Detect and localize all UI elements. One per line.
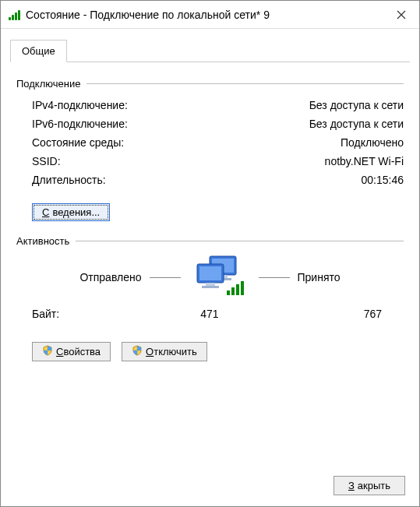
signal-icon [9, 9, 21, 20]
divider [150, 277, 181, 278]
window-title: Состояние - Подключение по локальной сет… [26, 9, 383, 21]
group-connection: Подключение [16, 78, 404, 90]
group-activity: Активность [16, 235, 404, 247]
row-ssid: SSID: notby.NET Wi-Fi [16, 152, 404, 171]
svg-rect-5 [199, 266, 221, 280]
row-media: Состояние среды: Подключено [16, 133, 404, 152]
tab-general[interactable]: Общие [10, 40, 67, 62]
duration-label: Длительность: [32, 174, 106, 186]
divider [259, 277, 290, 278]
svg-rect-9 [231, 287, 235, 295]
media-label: Состояние среды: [32, 136, 124, 149]
details-button[interactable]: Сведения... [32, 203, 110, 221]
ssid-value: notby.NET Wi-Fi [325, 155, 404, 167]
disable-button[interactable]: Отключить [122, 342, 207, 361]
group-activity-label: Активность [16, 235, 76, 247]
bytes-row: Байт: 471 767 [16, 301, 404, 323]
row-ipv6: IPv6-подключение: Без доступа к сети [16, 114, 404, 133]
activity-icon [189, 253, 251, 301]
tab-strip: Общие [10, 40, 410, 62]
svg-rect-6 [206, 283, 215, 286]
close-icon[interactable] [383, 1, 419, 29]
row-ipv4: IPv4-подключение: Без доступа к сети [16, 96, 404, 114]
svg-rect-8 [227, 290, 230, 295]
svg-rect-7 [202, 286, 219, 288]
shield-icon [132, 345, 143, 358]
titlebar: Состояние - Подключение по локальной сет… [1, 1, 419, 29]
bytes-sent: 471 [125, 308, 219, 320]
ipv4-label: IPv4-подключение: [32, 99, 128, 111]
divider [86, 83, 404, 84]
duration-value: 00:15:46 [362, 174, 404, 186]
properties-button[interactable]: Свойства [32, 342, 111, 361]
ipv6-label: IPv6-подключение: [32, 118, 128, 130]
close-button[interactable]: Закрыть [334, 476, 405, 495]
svg-rect-11 [241, 281, 244, 295]
row-duration: Длительность: 00:15:46 [16, 171, 404, 189]
ipv6-value: Без доступа к сети [309, 118, 404, 130]
ssid-label: SSID: [32, 155, 61, 167]
divider [76, 241, 404, 241]
media-value: Подключено [341, 136, 404, 149]
activity-header: Отправлено [16, 253, 404, 301]
bytes-label: Байт: [32, 308, 125, 320]
svg-rect-10 [236, 284, 239, 295]
received-label: Принято [298, 271, 341, 283]
shield-icon [42, 345, 53, 358]
bytes-received: 767 [289, 308, 383, 320]
group-connection-label: Подключение [16, 78, 86, 90]
ipv4-value: Без доступа к сети [309, 99, 404, 111]
sent-label: Отправлено [79, 271, 141, 283]
